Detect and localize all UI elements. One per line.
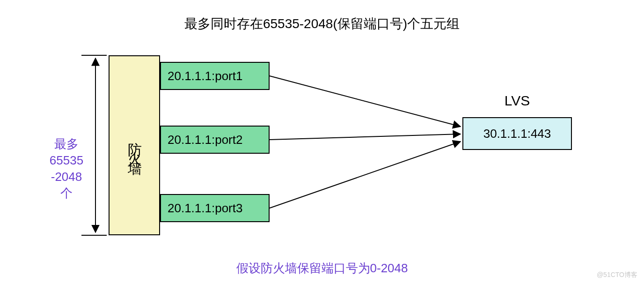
side-label-line: 个	[60, 186, 73, 200]
side-label-line: 最多	[54, 137, 79, 151]
diagram-title: 最多同时存在65535-2048(保留端口号)个五元组	[0, 15, 644, 33]
port-box-2: 20.1.1.1:port2	[160, 126, 270, 154]
svg-line-3	[270, 76, 461, 127]
side-count-label: 最多 65535 -2048 个	[43, 136, 90, 202]
flow-arrows	[270, 76, 461, 208]
lvs-box: 30.1.1.1:443	[462, 117, 572, 150]
port-box-1: 20.1.1.1:port1	[160, 62, 270, 90]
firewall-label: 防火墙	[125, 131, 144, 159]
watermark: @51CTO博客	[597, 271, 637, 279]
svg-line-4	[270, 134, 461, 140]
port-box-3: 20.1.1.1:port3	[160, 194, 270, 222]
lvs-title: LVS	[462, 93, 572, 109]
footer-note: 假设防火墙保留端口号为0-2048	[0, 260, 644, 277]
svg-line-5	[270, 142, 461, 208]
firewall-box: 防火墙	[109, 55, 160, 235]
side-label-line: -2048	[51, 170, 82, 184]
side-label-line: 65535	[50, 153, 83, 167]
